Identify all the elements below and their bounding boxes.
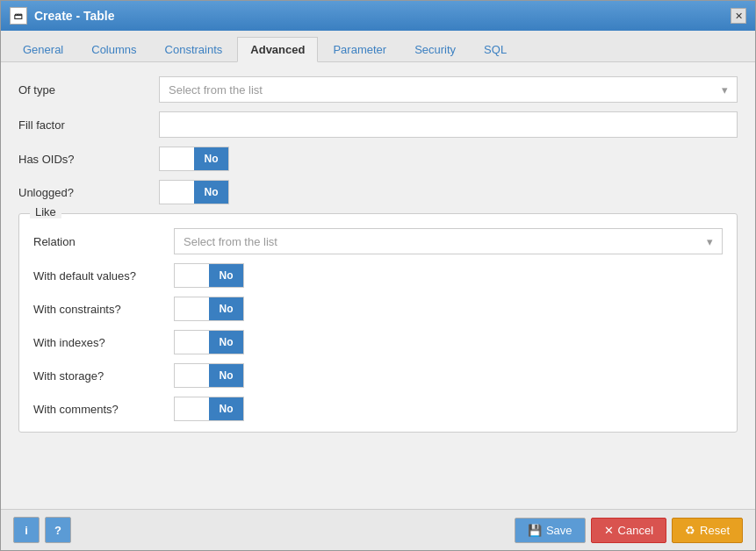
dropdown-chevron: ▾ (722, 83, 728, 97)
with-indexes-toggle-wrapper: No (174, 330, 723, 354)
create-table-dialog: 🗃 Create - Table ✕ General Columns Const… (0, 0, 756, 551)
has-oids-toggle[interactable]: No (159, 147, 229, 171)
with-constraints-row: With constraints? No (33, 297, 723, 321)
like-content: Relation Select from the list ▾ With def… (33, 225, 723, 421)
tab-general[interactable]: General (10, 37, 76, 62)
with-indexes-label: With indexes? (33, 336, 174, 349)
with-comments-yes[interactable] (175, 397, 209, 420)
tab-constraints[interactable]: Constraints (152, 37, 236, 62)
relation-label: Relation (33, 235, 174, 248)
fill-factor-row: Fill factor (18, 111, 738, 138)
with-default-values-toggle[interactable]: No (174, 263, 244, 288)
with-default-values-label: With default values? (33, 269, 174, 283)
dialog-title: Create - Table (34, 9, 115, 23)
with-constraints-no[interactable]: No (209, 297, 243, 320)
fill-factor-label: Fill factor (18, 118, 159, 132)
relation-select[interactable]: Select from the list ▾ (174, 228, 723, 254)
with-indexes-row: With indexes? No (33, 330, 723, 354)
tab-sql[interactable]: SQL (471, 37, 520, 62)
with-storage-toggle[interactable]: No (174, 363, 244, 388)
with-comments-toggle-wrapper: No (174, 397, 723, 421)
save-label: Save (546, 524, 572, 537)
table-icon: 🗃 (10, 7, 27, 25)
unlogged-toggle-wrapper: No (159, 180, 738, 204)
footer-left: i ? (13, 517, 71, 543)
tab-advanced[interactable]: Advanced (237, 37, 318, 62)
relation-select-wrapper: Select from the list ▾ (174, 228, 723, 254)
title-bar-left: 🗃 Create - Table (10, 7, 115, 25)
info-button[interactable]: i (13, 517, 40, 543)
like-legend: Like (30, 205, 61, 218)
with-indexes-toggle[interactable]: No (174, 330, 244, 354)
with-comments-row: With comments? No (33, 397, 723, 421)
of-type-label: Of type (18, 83, 159, 97)
has-oids-row: Has OIDs? No (18, 147, 738, 171)
reset-icon: ♻ (685, 524, 695, 537)
with-constraints-yes[interactable] (175, 297, 209, 320)
relation-dropdown-chevron: ▾ (707, 235, 713, 248)
with-constraints-label: With constraints? (33, 303, 174, 316)
unlogged-yes[interactable] (160, 181, 194, 204)
with-storage-row: With storage? No (33, 363, 723, 388)
with-default-values-yes[interactable] (175, 264, 209, 287)
cancel-button[interactable]: ✕ Cancel (591, 518, 666, 543)
with-storage-toggle-wrapper: No (174, 363, 723, 388)
unlogged-no[interactable]: No (194, 181, 228, 204)
of-type-placeholder: Select from the list (169, 83, 263, 97)
unlogged-row: Unlogged? No (18, 180, 738, 204)
tab-security[interactable]: Security (401, 37, 469, 62)
with-indexes-yes[interactable] (175, 331, 209, 354)
with-comments-label: With comments? (33, 403, 174, 416)
content-area: Of type Select from the list ▾ Fill fact… (1, 62, 755, 509)
help-button[interactable]: ? (45, 517, 71, 543)
with-default-values-toggle-wrapper: No (174, 263, 723, 288)
with-constraints-toggle-wrapper: No (174, 297, 723, 321)
has-oids-yes[interactable] (160, 147, 194, 170)
tab-parameter[interactable]: Parameter (320, 37, 400, 62)
with-storage-label: With storage? (33, 369, 174, 383)
cancel-label: Cancel (618, 524, 653, 537)
of-type-row: Of type Select from the list ▾ (18, 76, 738, 103)
with-storage-no[interactable]: No (209, 364, 243, 387)
tab-bar: General Columns Constraints Advanced Par… (1, 31, 755, 62)
unlogged-label: Unlogged? (18, 186, 159, 199)
of-type-select[interactable]: Select from the list ▾ (159, 76, 738, 103)
with-constraints-toggle[interactable]: No (174, 297, 244, 321)
relation-row: Relation Select from the list ▾ (33, 228, 723, 254)
with-comments-toggle[interactable]: No (174, 397, 244, 421)
has-oids-label: Has OIDs? (18, 153, 159, 166)
title-bar: 🗃 Create - Table ✕ (1, 1, 755, 31)
tab-columns[interactable]: Columns (78, 37, 149, 62)
of-type-select-wrapper: Select from the list ▾ (159, 76, 738, 103)
with-default-values-row: With default values? No (33, 263, 723, 288)
relation-placeholder: Select from the list (184, 235, 277, 248)
close-button[interactable]: ✕ (731, 8, 746, 24)
cancel-icon: ✕ (604, 524, 614, 537)
save-button[interactable]: 💾 Save (515, 518, 586, 543)
reset-label: Reset (700, 524, 730, 537)
reset-button[interactable]: ♻ Reset (672, 518, 743, 543)
save-icon: 💾 (528, 524, 542, 537)
fill-factor-input-wrapper (159, 111, 738, 138)
with-storage-yes[interactable] (175, 364, 209, 387)
footer: i ? 💾 Save ✕ Cancel ♻ Reset (1, 509, 755, 550)
footer-right: 💾 Save ✕ Cancel ♻ Reset (515, 518, 743, 543)
fill-factor-input[interactable] (159, 111, 738, 138)
unlogged-toggle[interactable]: No (159, 180, 229, 204)
like-group: Like Relation Select from the list ▾ Wit… (18, 213, 738, 433)
has-oids-toggle-wrapper: No (159, 147, 738, 171)
with-indexes-no[interactable]: No (209, 331, 243, 354)
has-oids-no[interactable]: No (194, 147, 228, 170)
with-comments-no[interactable]: No (209, 397, 243, 420)
with-default-values-no[interactable]: No (209, 264, 243, 287)
